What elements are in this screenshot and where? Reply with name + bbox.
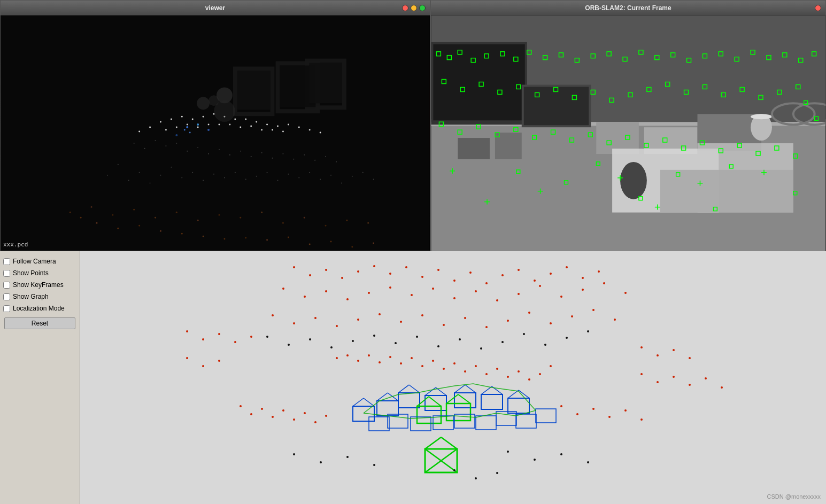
svg-point-97: [320, 179, 321, 180]
svg-point-89: [235, 172, 236, 173]
svg-point-401: [705, 377, 707, 379]
svg-point-85: [192, 172, 193, 173]
sidebar-item-show-graph[interactable]: Show Graph: [0, 291, 80, 303]
point-cloud-visualization: xxx.pcd: [1, 15, 430, 251]
svg-point-4: [138, 225, 140, 227]
svg-point-108: [187, 151, 188, 152]
svg-point-44: [298, 127, 300, 128]
svg-point-71: [186, 126, 188, 128]
svg-point-120: [314, 160, 315, 161]
svg-point-21: [176, 212, 177, 213]
svg-point-405: [673, 349, 675, 351]
svg-point-406: [689, 357, 691, 359]
svg-point-70: [209, 95, 219, 106]
svg-point-259: [282, 288, 284, 290]
svg-point-278: [314, 317, 316, 319]
svg-point-329: [550, 365, 552, 367]
svg-point-103: [134, 143, 135, 144]
svg-point-43: [288, 124, 289, 126]
svg-point-389: [373, 464, 375, 466]
localization-mode-checkbox[interactable]: [3, 305, 10, 312]
pcd-content-area: xxx.pcd: [1, 15, 430, 251]
svg-point-414: [250, 336, 252, 338]
svg-point-403: [640, 346, 643, 348]
svg-point-375: [282, 409, 284, 412]
svg-point-87: [213, 174, 214, 175]
show-graph-label[interactable]: Show Graph: [13, 293, 49, 300]
svg-point-30: [367, 222, 369, 224]
svg-point-246: [405, 266, 407, 268]
svg-point-29: [346, 220, 348, 221]
show-graph-checkbox[interactable]: [3, 293, 10, 300]
svg-point-373: [261, 408, 263, 410]
svg-point-1: [80, 217, 82, 219]
svg-point-247: [421, 276, 423, 278]
svg-point-122: [336, 161, 337, 162]
svg-point-95: [298, 177, 299, 179]
svg-point-320: [453, 362, 456, 365]
svg-point-20: [155, 217, 156, 219]
svg-point-260: [304, 296, 306, 298]
show-keyframes-label[interactable]: Show KeyFrames: [13, 281, 64, 289]
svg-point-245: [389, 273, 391, 275]
svg-rect-130: [524, 87, 589, 125]
svg-point-104: [144, 148, 145, 149]
svg-point-46: [320, 132, 321, 134]
svg-point-267: [453, 297, 456, 299]
svg-point-283: [421, 314, 423, 316]
slam-window: ORB-SLAM2: Current Frame: [430, 0, 826, 289]
pcd-viewer-window: viewer: [0, 0, 430, 251]
svg-point-275: [624, 292, 627, 294]
svg-point-54: [218, 124, 220, 126]
show-keyframes-checkbox[interactable]: [3, 282, 10, 289]
svg-point-279: [336, 325, 338, 327]
slam-close-button[interactable]: [815, 5, 821, 11]
svg-point-293: [266, 336, 268, 338]
show-points-checkbox[interactable]: [3, 270, 10, 277]
svg-point-392: [560, 453, 562, 455]
svg-point-41: [266, 124, 268, 126]
svg-point-276: [272, 314, 274, 316]
follow-camera-checkbox[interactable]: [3, 258, 10, 265]
svg-point-291: [592, 309, 595, 311]
svg-point-257: [582, 277, 584, 279]
svg-point-305: [523, 333, 525, 335]
svg-point-79: [128, 180, 129, 181]
svg-point-269: [496, 299, 498, 301]
svg-point-393: [587, 461, 589, 463]
svg-point-84: [181, 177, 182, 179]
sidebar-item-follow-camera[interactable]: Follow Camera: [0, 255, 80, 267]
show-points-label[interactable]: Show Points: [13, 269, 49, 277]
reset-button[interactable]: Reset: [4, 317, 75, 329]
sidebar-item-show-keyframes[interactable]: Show KeyFrames: [0, 279, 80, 291]
sidebar: Follow Camera Show Points Show KeyFrames…: [0, 251, 80, 504]
slam-content: SLAM MODE | KFs: 36, MPs: 2536, Matches:…: [431, 15, 825, 288]
svg-point-299: [395, 342, 397, 344]
pcd-close-button[interactable]: [402, 5, 408, 11]
svg-point-76: [184, 129, 186, 131]
svg-point-94: [288, 174, 289, 175]
svg-point-288: [528, 312, 530, 314]
svg-point-261: [325, 290, 327, 292]
svg-rect-142: [458, 138, 490, 159]
pcd-minimize-button[interactable]: [411, 5, 417, 11]
svg-point-398: [657, 381, 659, 383]
svg-point-34: [192, 119, 194, 120]
svg-point-388: [346, 456, 349, 458]
pcd-maximize-button[interactable]: [419, 5, 426, 11]
svg-point-51: [187, 124, 188, 126]
localization-mode-label[interactable]: Localization Mode: [13, 305, 65, 312]
svg-point-303: [480, 347, 482, 350]
svg-point-252: [501, 274, 504, 276]
svg-point-107: [176, 143, 177, 144]
follow-camera-label[interactable]: Follow Camera: [13, 258, 56, 265]
pcd-window-controls: [402, 5, 426, 11]
sidebar-item-show-points[interactable]: Show Points: [0, 267, 80, 279]
svg-point-31: [160, 121, 161, 123]
svg-point-141: [620, 162, 647, 199]
svg-point-6: [181, 233, 183, 235]
svg-point-111: [219, 149, 220, 150]
svg-point-372: [250, 413, 252, 415]
svg-point-74: [189, 132, 191, 134]
sidebar-item-localization-mode[interactable]: Localization Mode: [0, 303, 80, 314]
